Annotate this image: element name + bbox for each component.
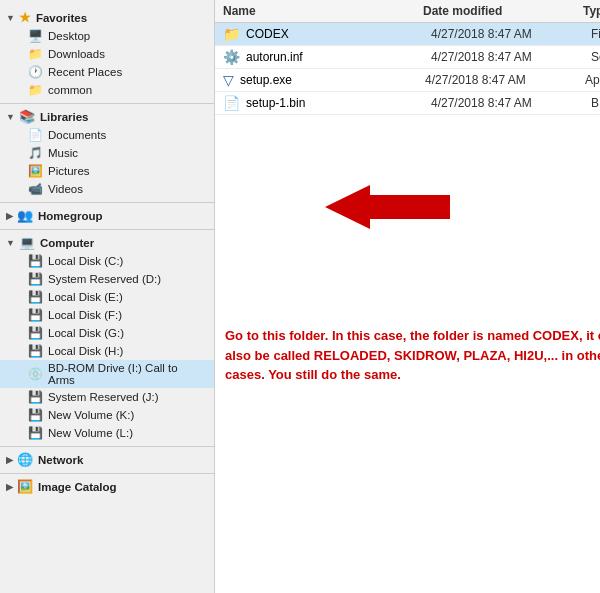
- disk-c-icon: 💾: [28, 254, 43, 268]
- homegroup-icon: 👥: [17, 208, 33, 223]
- sidebar-group-computer[interactable]: ▼ 💻 Computer: [0, 233, 214, 252]
- expand-icon-computer: ▼: [6, 238, 15, 248]
- setup-exe-type: Appli: [585, 73, 600, 87]
- setup-bin-date: 4/27/2018 8:47 AM: [431, 96, 591, 110]
- sidebar-item-disk-g[interactable]: 💾 Local Disk (G:): [0, 324, 214, 342]
- sidebar-item-disk-f[interactable]: 💾 Local Disk (F:): [0, 306, 214, 324]
- sidebar-group-libraries[interactable]: ▼ 📚 Libraries: [0, 107, 214, 126]
- disk-d-label: System Reserved (D:): [48, 273, 161, 285]
- sidebar-section-network: ▶ 🌐 Network: [0, 450, 214, 469]
- bdrom-label: BD-ROM Drive (I:) Call to Arms: [48, 362, 206, 386]
- file-rows: 📁 CODEX 4/27/2018 8:47 AM File f ⚙️ auto…: [215, 23, 600, 308]
- libraries-label: Libraries: [40, 111, 89, 123]
- desktop-label: Desktop: [48, 30, 90, 42]
- autorun-icon: ⚙️: [223, 49, 240, 65]
- image-catalog-label: Image Catalog: [38, 481, 117, 493]
- sidebar-item-disk-h[interactable]: 💾 Local Disk (H:): [0, 342, 214, 360]
- file-row-setup-bin[interactable]: 📄 setup-1.bin 4/27/2018 8:47 AM BIN f: [215, 92, 600, 115]
- disk-c-label: Local Disk (C:): [48, 255, 123, 267]
- downloads-icon: 📁: [28, 47, 43, 61]
- sidebar-item-downloads[interactable]: 📁 Downloads: [0, 45, 214, 63]
- videos-label: Videos: [48, 183, 83, 195]
- disk-h-icon: 💾: [28, 344, 43, 358]
- image-catalog-icon: 🖼️: [17, 479, 33, 494]
- sidebar-item-disk-k[interactable]: 💾 New Volume (K:): [0, 406, 214, 424]
- favorites-label: Favorites: [36, 12, 87, 24]
- codex-date: 4/27/2018 8:47 AM: [431, 27, 591, 41]
- computer-label: Computer: [40, 237, 94, 249]
- videos-icon: 📹: [28, 182, 43, 196]
- sidebar-item-disk-j[interactable]: 💾 System Reserved (J:): [0, 388, 214, 406]
- setup-exe-date: 4/27/2018 8:47 AM: [425, 73, 585, 87]
- disk-d-icon: 💾: [28, 272, 43, 286]
- codex-type: File f: [591, 27, 600, 41]
- downloads-label: Downloads: [48, 48, 105, 60]
- setup-bin-type: BIN f: [591, 96, 600, 110]
- disk-g-icon: 💾: [28, 326, 43, 340]
- common-label: common: [48, 84, 92, 96]
- sidebar-item-pictures[interactable]: 🖼️ Pictures: [0, 162, 214, 180]
- column-name-header[interactable]: Name: [223, 4, 423, 18]
- file-list-header: Name Date modified Type: [215, 0, 600, 23]
- pictures-icon: 🖼️: [28, 164, 43, 178]
- common-icon: 📁: [28, 83, 43, 97]
- bdrom-icon: 💿: [28, 367, 43, 381]
- libraries-icon: 📚: [19, 109, 35, 124]
- disk-l-icon: 💾: [28, 426, 43, 440]
- file-row-codex[interactable]: 📁 CODEX 4/27/2018 8:47 AM File f: [215, 23, 600, 46]
- sidebar-group-homegroup[interactable]: ▶ 👥 Homegroup: [0, 206, 214, 225]
- instruction-text: Go to this folder. In this case, the fol…: [215, 318, 600, 393]
- disk-f-icon: 💾: [28, 308, 43, 322]
- sidebar-section-libraries: ▼ 📚 Libraries 📄 Documents 🎵 Music 🖼️ Pic…: [0, 107, 214, 198]
- sidebar-item-bdrom[interactable]: 💿 BD-ROM Drive (I:) Call to Arms: [0, 360, 214, 388]
- documents-icon: 📄: [28, 128, 43, 142]
- pictures-label: Pictures: [48, 165, 90, 177]
- sidebar-group-network[interactable]: ▶ 🌐 Network: [0, 450, 214, 469]
- disk-l-label: New Volume (L:): [48, 427, 133, 439]
- disk-k-icon: 💾: [28, 408, 43, 422]
- sidebar-item-disk-e[interactable]: 💾 Local Disk (E:): [0, 288, 214, 306]
- autorun-type: Setup: [591, 50, 600, 64]
- computer-icon: 💻: [19, 235, 35, 250]
- disk-f-label: Local Disk (F:): [48, 309, 122, 321]
- sidebar-item-disk-c[interactable]: 💾 Local Disk (C:): [0, 252, 214, 270]
- sidebar-section-favorites: ▼ ★ Favorites 🖥️ Desktop 📁 Downloads 🕐 R…: [0, 8, 214, 99]
- sidebar-group-favorites[interactable]: ▼ ★ Favorites: [0, 8, 214, 27]
- music-icon: 🎵: [28, 146, 43, 160]
- expand-icon-libraries: ▼: [6, 112, 15, 122]
- sidebar-item-videos[interactable]: 📹 Videos: [0, 180, 214, 198]
- expand-icon-favorites: ▼: [6, 13, 15, 23]
- disk-h-label: Local Disk (H:): [48, 345, 123, 357]
- sidebar-item-recent-places[interactable]: 🕐 Recent Places: [0, 63, 214, 81]
- sidebar-group-image-catalog[interactable]: ▶ 🖼️ Image Catalog: [0, 477, 214, 496]
- sidebar-item-disk-d[interactable]: 💾 System Reserved (D:): [0, 270, 214, 288]
- autorun-name: autorun.inf: [246, 50, 431, 64]
- codex-name: CODEX: [246, 27, 431, 41]
- svg-marker-0: [325, 185, 450, 229]
- column-type-header[interactable]: Type: [583, 4, 600, 18]
- instruction-content: Go to this folder. In this case, the fol…: [225, 328, 600, 382]
- sidebar-item-common[interactable]: 📁 common: [0, 81, 214, 99]
- expand-icon-image-catalog: ▶: [6, 482, 13, 492]
- codex-folder-icon: 📁: [223, 26, 240, 42]
- file-row-autorun[interactable]: ⚙️ autorun.inf 4/27/2018 8:47 AM Setup: [215, 46, 600, 69]
- file-row-setup-exe[interactable]: ▽ setup.exe 4/27/2018 8:47 AM Appli: [215, 69, 600, 92]
- sidebar-item-disk-l[interactable]: 💾 New Volume (L:): [0, 424, 214, 442]
- disk-e-label: Local Disk (E:): [48, 291, 123, 303]
- sidebar-item-music[interactable]: 🎵 Music: [0, 144, 214, 162]
- disk-j-label: System Reserved (J:): [48, 391, 159, 403]
- disk-g-label: Local Disk (G:): [48, 327, 124, 339]
- disk-e-icon: 💾: [28, 290, 43, 304]
- desktop-icon: 🖥️: [28, 29, 43, 43]
- sidebar-section-homegroup: ▶ 👥 Homegroup: [0, 206, 214, 225]
- annotation-area: Go to this folder. In this case, the fol…: [215, 308, 600, 593]
- documents-label: Documents: [48, 129, 106, 141]
- sidebar: ▼ ★ Favorites 🖥️ Desktop 📁 Downloads 🕐 R…: [0, 0, 215, 593]
- favorites-icon: ★: [19, 10, 31, 25]
- sidebar-item-documents[interactable]: 📄 Documents: [0, 126, 214, 144]
- homegroup-label: Homegroup: [38, 210, 103, 222]
- column-date-header[interactable]: Date modified: [423, 4, 583, 18]
- sidebar-item-desktop[interactable]: 🖥️ Desktop: [0, 27, 214, 45]
- autorun-date: 4/27/2018 8:47 AM: [431, 50, 591, 64]
- expand-icon-network: ▶: [6, 455, 13, 465]
